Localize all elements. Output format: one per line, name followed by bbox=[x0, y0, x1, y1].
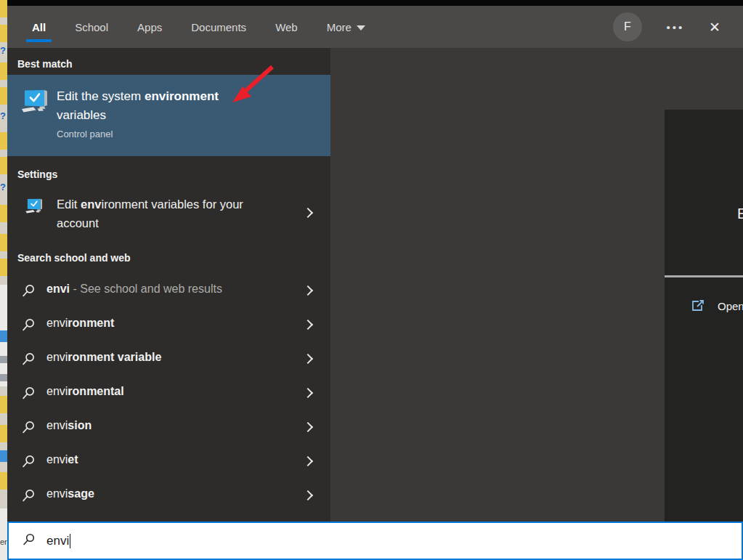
preview-area: Edit the system environment variables Co… bbox=[330, 48, 743, 522]
web-search-header: Search school and web bbox=[17, 252, 131, 264]
web-suggestion-row[interactable]: environment variable bbox=[7, 342, 330, 376]
chevron-right-icon[interactable] bbox=[303, 455, 313, 466]
web-suggestion-row[interactable]: environment bbox=[7, 308, 330, 342]
chevron-down-icon bbox=[357, 25, 365, 31]
best-match-title: Edit the system environmentvariables bbox=[57, 87, 296, 125]
suggestion-segment: - See school and web results bbox=[70, 283, 222, 295]
chevron-right-icon[interactable] bbox=[303, 421, 313, 431]
tab-apps[interactable]: Apps bbox=[136, 21, 163, 33]
chevron-right-icon[interactable] bbox=[303, 285, 313, 295]
web-suggestion-text: envisage bbox=[46, 487, 94, 500]
web-suggestion-text: enviet bbox=[46, 453, 78, 466]
chevron-right-icon[interactable] bbox=[303, 387, 313, 397]
open-external-icon bbox=[691, 299, 705, 313]
tab-school[interactable]: School bbox=[73, 21, 110, 33]
tab-more[interactable]: More bbox=[325, 21, 367, 33]
tab-web[interactable]: Web bbox=[274, 21, 299, 33]
filter-tabs: All School Apps Documents Web More bbox=[31, 6, 367, 48]
suggestion-segment: envi bbox=[46, 283, 70, 295]
web-suggestion-row[interactable]: envi - See school and web results bbox=[7, 274, 330, 308]
search-icon bbox=[22, 421, 36, 434]
settings-label-prefix: Edit bbox=[57, 198, 81, 211]
web-suggestion-row[interactable]: envision bbox=[7, 410, 330, 445]
suggestion-segment: sion bbox=[68, 419, 92, 431]
search-icon bbox=[22, 318, 36, 332]
search-icon bbox=[22, 352, 36, 366]
web-suggestion-row[interactable]: environmental bbox=[7, 376, 330, 410]
suggestion-segment: envi bbox=[46, 487, 68, 500]
suggestion-segment: envi bbox=[46, 385, 68, 397]
suggestion-segment: ronment bbox=[68, 317, 114, 329]
tab-all[interactable]: All bbox=[31, 21, 47, 33]
search-icon bbox=[22, 533, 36, 549]
web-suggestion-text: environment bbox=[46, 317, 114, 330]
desktop-question-mark: ? bbox=[0, 182, 7, 192]
environment-variables-icon bbox=[25, 198, 44, 217]
suggestion-segment: envi bbox=[46, 453, 68, 466]
preview-divider bbox=[665, 275, 743, 277]
options-ellipsis-button[interactable]: ••• bbox=[661, 6, 690, 48]
search-input-value[interactable]: envi bbox=[46, 534, 69, 548]
tab-more-label: More bbox=[327, 21, 352, 33]
suggestion-segment: envi bbox=[46, 351, 68, 363]
suggestion-segment: ronment variable bbox=[68, 351, 161, 363]
settings-result[interactable]: Edit environment variables for your acco… bbox=[7, 186, 330, 241]
web-suggestion-row[interactable]: envisage bbox=[7, 479, 330, 513]
close-button[interactable]: ✕ bbox=[699, 6, 731, 48]
chevron-right-icon[interactable] bbox=[303, 208, 313, 218]
preview-subtitle: Control panel bbox=[665, 232, 743, 243]
suggestion-segment: sage bbox=[68, 487, 94, 500]
desktop-partial-text: er bbox=[0, 537, 7, 546]
settings-label-match: env bbox=[81, 198, 101, 211]
results-panel: Best match Edit the system environmentva… bbox=[7, 48, 330, 522]
preview-card: Edit the system environment variables Co… bbox=[665, 110, 743, 560]
web-suggestion-text: envi - See school and web results bbox=[46, 283, 222, 296]
top-edge-strip bbox=[7, 0, 743, 6]
web-suggestion-text: environmental bbox=[46, 385, 124, 398]
search-icon bbox=[22, 533, 36, 546]
web-suggestion-row[interactable]: enviet bbox=[7, 445, 330, 479]
settings-result-label: Edit environment variables for your acco… bbox=[57, 195, 275, 232]
desktop-question-mark: ? bbox=[0, 45, 7, 56]
search-icon bbox=[22, 386, 36, 400]
settings-header: Settings bbox=[17, 169, 57, 180]
search-icon bbox=[22, 489, 36, 503]
search-icon bbox=[22, 284, 36, 298]
web-suggestion-text: environment variable bbox=[46, 351, 161, 364]
desktop-edge-strip: ? ? ? er bbox=[0, 0, 7, 560]
search-topbar: All School Apps Documents Web More F •••… bbox=[7, 6, 743, 48]
suggestion-segment: et bbox=[68, 453, 78, 466]
web-suggestion-text: envision bbox=[46, 419, 92, 432]
search-icon bbox=[22, 455, 36, 468]
open-label: Open bbox=[718, 300, 743, 312]
best-match-subtitle: Control panel bbox=[57, 129, 113, 139]
best-match-result[interactable]: Edit the system environmentvariables Con… bbox=[7, 75, 330, 156]
user-avatar[interactable]: F bbox=[613, 12, 642, 41]
suggestion-segment: envi bbox=[46, 419, 68, 431]
best-match-title-prefix: Edit the system bbox=[57, 89, 145, 103]
search-box[interactable]: envi bbox=[7, 522, 743, 560]
tab-documents[interactable]: Documents bbox=[190, 21, 248, 33]
text-caret bbox=[70, 534, 70, 548]
best-match-title-line2: variables bbox=[57, 108, 106, 122]
computer-check-icon bbox=[25, 198, 44, 214]
suggestion-segment: envi bbox=[46, 317, 68, 329]
desktop-question-mark: ? bbox=[0, 110, 7, 121]
preview-title: Edit the system environment variables bbox=[665, 206, 743, 222]
best-match-header: Best match bbox=[17, 58, 72, 70]
best-match-title-match: environment bbox=[145, 89, 219, 103]
chevron-right-icon[interactable] bbox=[303, 490, 313, 500]
chevron-right-icon[interactable] bbox=[303, 319, 313, 329]
system-properties-icon bbox=[20, 88, 49, 117]
windows-search-flyout: ? ? ? er All School Apps Documents Web bbox=[0, 0, 743, 560]
suggestion-segment: ronmental bbox=[68, 385, 123, 397]
computer-check-icon bbox=[20, 88, 49, 114]
open-action[interactable]: Open bbox=[665, 291, 743, 320]
suggestion-list: envi - See school and web results enviro… bbox=[7, 274, 330, 513]
chevron-right-icon[interactable] bbox=[303, 353, 313, 363]
